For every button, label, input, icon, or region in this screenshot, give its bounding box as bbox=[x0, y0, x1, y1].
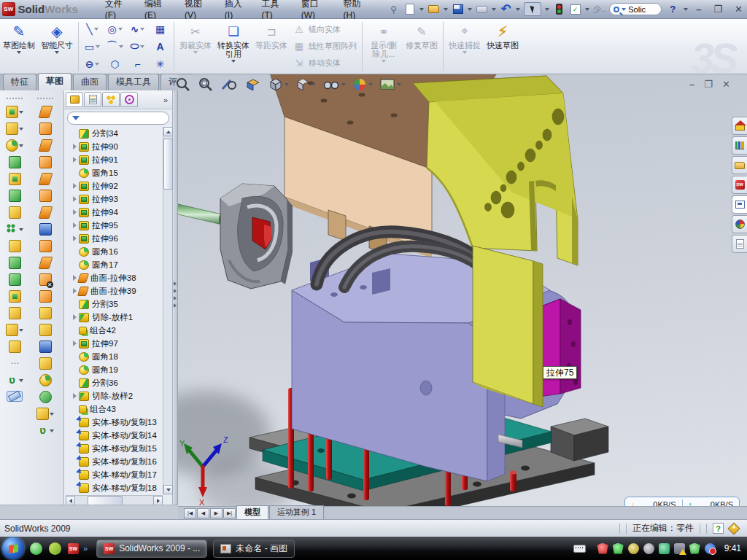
move-copy-body-tool[interactable] bbox=[9, 307, 21, 319]
expand-arrow-icon[interactable] bbox=[73, 275, 77, 281]
expand-arrow-icon[interactable] bbox=[73, 222, 77, 228]
scroll-up-button[interactable] bbox=[163, 127, 173, 136]
close-button[interactable]: ✕ bbox=[730, 4, 747, 15]
expand-arrow-icon[interactable] bbox=[73, 157, 77, 163]
tree-item[interactable]: 圆角17 bbox=[64, 258, 163, 271]
knit-surface-tool[interactable] bbox=[39, 290, 52, 303]
rapid-sketch-button[interactable]: ⚡ 快速草图 bbox=[484, 19, 522, 74]
print-icon[interactable] bbox=[476, 3, 488, 15]
options-icon[interactable]: ✓ bbox=[569, 3, 581, 15]
parting-line-tool[interactable] bbox=[39, 341, 52, 353]
tree-item[interactable]: 拉伸92 bbox=[64, 179, 163, 192]
magnifier-pen-icon[interactable] bbox=[220, 77, 238, 92]
model-gray-clamp[interactable] bbox=[220, 184, 293, 289]
save-dropdown-caret[interactable] bbox=[468, 8, 472, 11]
polygon-tool[interactable]: ⬡ bbox=[104, 55, 126, 73]
instant3d-tool-pressed[interactable] bbox=[7, 391, 23, 402]
offset-surface-tool[interactable] bbox=[39, 240, 52, 252]
new-document-icon[interactable] bbox=[403, 3, 416, 15]
model-canvas[interactable]: Y Z X bbox=[178, 74, 747, 506]
lofted-boss-tool[interactable] bbox=[9, 173, 21, 185]
delete-face-tool[interactable] bbox=[39, 273, 52, 286]
tray-sync-icon[interactable] bbox=[659, 543, 670, 554]
expand-arrow-icon[interactable] bbox=[73, 209, 77, 215]
shut-off-surface-tool[interactable] bbox=[39, 357, 52, 370]
tree-item[interactable]: 实体-移动/复制14 bbox=[64, 429, 163, 442]
tree-filter-box[interactable] bbox=[67, 112, 169, 125]
tree-item[interactable]: 分割36 bbox=[64, 376, 163, 389]
select-dropdown-caret[interactable] bbox=[545, 8, 549, 11]
save-icon[interactable] bbox=[452, 3, 464, 15]
undo-dropdown-caret[interactable] bbox=[516, 8, 520, 11]
split-tool[interactable] bbox=[9, 290, 21, 303]
curve-tool[interactable]: ʋ bbox=[6, 374, 23, 386]
tray-badge-icon[interactable] bbox=[628, 543, 639, 554]
tree-item[interactable]: 拉伸93 bbox=[64, 192, 163, 206]
tree-item[interactable]: 曲面-拉伸39 bbox=[64, 284, 163, 298]
scroll-down-button[interactable] bbox=[163, 485, 173, 494]
tree-item[interactable]: 圆角16 bbox=[64, 245, 163, 258]
apply-scene-button[interactable] bbox=[379, 77, 401, 92]
point-tool[interactable]: ✳ bbox=[149, 55, 171, 73]
doc-minimize-button[interactable]: – bbox=[689, 79, 694, 90]
dimxpertmanager-tab[interactable] bbox=[120, 92, 138, 107]
rib-tool[interactable] bbox=[9, 240, 21, 252]
tree-item[interactable]: 实体-移动/复制16 bbox=[64, 455, 163, 468]
loft-surface-tool[interactable] bbox=[39, 156, 52, 168]
display-style-button[interactable] bbox=[295, 77, 316, 92]
search-dropdown-caret[interactable] bbox=[622, 8, 626, 11]
ref-geometry-2-tool[interactable] bbox=[36, 408, 54, 420]
project-curve-tool[interactable] bbox=[39, 324, 52, 336]
configurationmanager-tab[interactable] bbox=[102, 92, 120, 107]
dome-tool[interactable] bbox=[39, 391, 52, 403]
tree-item[interactable]: 曲面-拉伸38 bbox=[64, 271, 163, 284]
slot-tool[interactable]: ⊖ bbox=[81, 55, 104, 73]
tree-item[interactable]: 拉伸90 bbox=[64, 140, 163, 153]
tree-item[interactable]: 切除-放样2 bbox=[64, 389, 163, 402]
expand-arrow-icon[interactable] bbox=[73, 236, 77, 241]
expand-arrow-icon[interactable] bbox=[73, 314, 77, 320]
motion-study-tab[interactable]: 运动算例 1 bbox=[269, 505, 324, 519]
tree-item[interactable]: 拉伸97 bbox=[64, 337, 163, 350]
lift-surface-tool[interactable] bbox=[39, 223, 52, 236]
revolve-surface-tool[interactable] bbox=[39, 122, 52, 135]
expand-arrow-icon[interactable] bbox=[73, 393, 77, 399]
prev-tab-button[interactable]: ◀ bbox=[197, 508, 209, 518]
curve-2-tool[interactable]: ʋ bbox=[36, 424, 54, 437]
bend-surface-tool[interactable] bbox=[40, 257, 51, 269]
last-tab-button[interactable]: ▶| bbox=[223, 508, 236, 518]
appearances-tab[interactable] bbox=[732, 215, 747, 233]
view-orientation-button[interactable] bbox=[268, 77, 289, 92]
tray-volume-icon[interactable] bbox=[643, 543, 654, 554]
combine-tool[interactable] bbox=[9, 273, 21, 286]
draft-tool[interactable] bbox=[9, 257, 21, 269]
zoom-fit-icon[interactable] bbox=[175, 77, 191, 92]
pin-icon[interactable]: ⚲ bbox=[387, 3, 400, 15]
print-dropdown-caret[interactable] bbox=[492, 8, 496, 11]
tray-antivirus-icon[interactable] bbox=[613, 543, 624, 554]
undo-icon[interactable]: ↶ bbox=[500, 3, 512, 15]
tree-item[interactable]: 组合42 bbox=[64, 324, 163, 337]
sketch-fillet-tool[interactable]: ⌐ bbox=[126, 55, 149, 73]
tray-security-alert-icon[interactable] bbox=[597, 543, 608, 554]
model-green-rod[interactable] bbox=[178, 202, 223, 225]
swept-boss-tool[interactable] bbox=[9, 156, 21, 168]
spline-tool[interactable]: ∿ bbox=[126, 20, 149, 38]
file-explorer-tab[interactable] bbox=[732, 195, 747, 214]
pattern-tool[interactable] bbox=[6, 223, 23, 236]
tree-item[interactable]: 切除-放样1 bbox=[64, 311, 163, 324]
tree-horizontal-scrollbar[interactable] bbox=[66, 495, 163, 505]
rectangle-tool[interactable]: ▭ bbox=[81, 38, 104, 55]
section-view-icon[interactable] bbox=[244, 77, 262, 92]
propertymanager-tab[interactable] bbox=[84, 92, 101, 107]
rebuild-icon[interactable] bbox=[553, 3, 565, 15]
zoom-area-icon[interactable] bbox=[198, 77, 214, 92]
tray-network-warning-icon[interactable] bbox=[674, 543, 685, 554]
model-tab[interactable]: 模型 bbox=[236, 505, 268, 519]
search-input[interactable] bbox=[628, 5, 656, 14]
panel-overflow-chevron[interactable]: » bbox=[163, 96, 171, 104]
axis-tool[interactable]: ⋯ bbox=[9, 357, 21, 370]
home-tab[interactable] bbox=[732, 117, 747, 135]
fillet-tool[interactable] bbox=[6, 139, 23, 152]
tree-item[interactable]: 分割34 bbox=[64, 127, 163, 140]
